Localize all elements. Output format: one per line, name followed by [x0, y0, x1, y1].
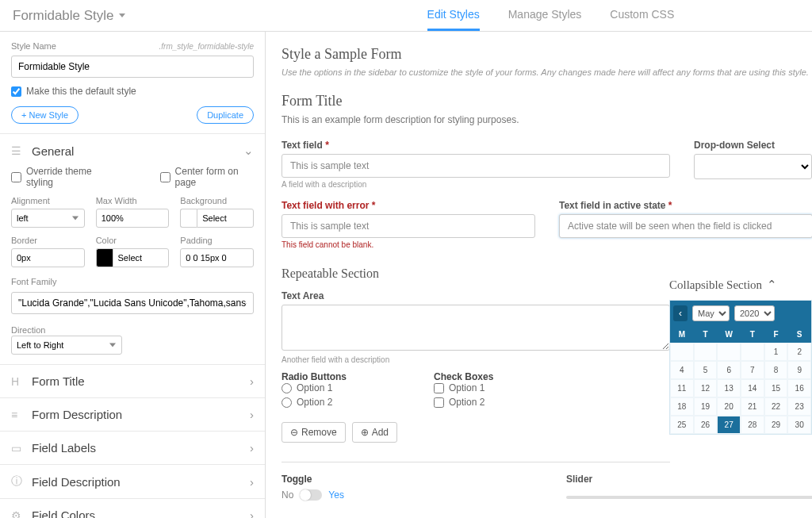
default-style-checkbox[interactable]	[11, 86, 21, 97]
slider-track[interactable]	[566, 496, 812, 499]
textarea-input[interactable]	[282, 305, 670, 351]
radio-label: Radio Buttons	[282, 371, 347, 382]
padding-input[interactable]	[180, 248, 254, 267]
duplicate-button[interactable]: Duplicate	[197, 106, 254, 124]
cal-day[interactable]: 23	[787, 397, 811, 416]
accordion-field description[interactable]: ⓘField Description›	[11, 474, 254, 489]
cal-month-select[interactable]: May	[692, 305, 730, 321]
accordion-field labels[interactable]: ▭Field Labels›	[11, 441, 254, 455]
check-opt1[interactable]	[434, 383, 444, 393]
cal-day[interactable]: 6	[717, 361, 741, 379]
collapsible-section-head[interactable]: Collapsible Section ⌃	[669, 278, 812, 292]
border-input[interactable]	[11, 248, 85, 267]
chevron-right-icon: ›	[250, 508, 254, 518]
cal-day[interactable]: 14	[741, 379, 764, 397]
font-family-input[interactable]	[11, 292, 254, 314]
cal-day[interactable]: 8	[764, 361, 788, 379]
text-field-label: Text field *	[282, 140, 670, 151]
form-desc: This is an example form description for …	[282, 114, 812, 125]
cal-day[interactable]: 12	[694, 379, 718, 397]
accordion-general[interactable]: ☰ General ⌄	[11, 144, 254, 158]
color-swatch[interactable]	[96, 248, 113, 267]
cal-day[interactable]: 1	[764, 343, 788, 361]
section-icon: ≡	[11, 409, 24, 421]
minus-icon: ⊖	[290, 427, 298, 438]
cal-year-select[interactable]: 2020	[734, 305, 775, 321]
cal-day[interactable]: 30	[787, 416, 811, 434]
chevron-down-icon: ⌄	[243, 144, 254, 158]
chevron-right-icon: ›	[250, 475, 254, 489]
bg-swatch[interactable]	[180, 209, 197, 228]
plus-icon: ⊕	[361, 427, 369, 438]
dropdown-select[interactable]	[694, 154, 812, 179]
direction-select[interactable]	[11, 336, 122, 355]
section-icon: H	[11, 375, 24, 388]
cal-day[interactable]: 5	[694, 361, 718, 379]
accordion-field colors[interactable]: ⚙Field Colors›	[11, 508, 254, 518]
section-icon: ⚙	[11, 509, 24, 519]
cal-day[interactable]: 18	[670, 397, 694, 416]
accordion-form title[interactable]: HForm Title›	[11, 374, 254, 388]
cal-day[interactable]: 21	[741, 397, 764, 416]
cal-day[interactable]: 2	[787, 343, 811, 361]
section-icon: ▭	[11, 442, 24, 455]
chevron-right-icon: ›	[250, 441, 254, 455]
remove-button[interactable]: ⊖Remove	[282, 422, 346, 443]
override-checkbox[interactable]	[11, 172, 21, 182]
cal-day[interactable]: 19	[694, 397, 718, 416]
checkbox-label: Check Boxes	[434, 371, 493, 382]
radio-opt2[interactable]	[282, 397, 292, 408]
toggle-switch[interactable]	[300, 489, 322, 501]
cal-day[interactable]: 28	[741, 416, 764, 434]
chevron-up-icon: ⌃	[767, 278, 777, 292]
accordion-form description[interactable]: ≡Form Description›	[11, 408, 254, 421]
tab-edit-styles[interactable]: Edit Styles	[427, 0, 480, 31]
active-field-input[interactable]	[559, 214, 812, 238]
cal-day[interactable]: 4	[670, 361, 694, 379]
cal-day[interactable]: 13	[717, 379, 741, 397]
active-field-label: Text field in active state *	[559, 200, 812, 211]
background-select[interactable]	[197, 209, 254, 228]
radio-opt1[interactable]	[282, 383, 292, 393]
alignment-select[interactable]	[11, 209, 85, 228]
error-field-label: Text field with error *	[282, 200, 535, 211]
main-heading: Style a Sample Form	[282, 46, 812, 63]
center-checkbox[interactable]	[160, 172, 170, 182]
add-button[interactable]: ⊕Add	[352, 422, 397, 443]
section-icon: ⓘ	[11, 474, 24, 489]
check-opt2[interactable]	[434, 397, 444, 408]
style-name-label: Style Name	[11, 41, 56, 51]
cal-day[interactable]: 26	[694, 416, 718, 434]
new-style-button[interactable]: + New Style	[11, 106, 79, 124]
cal-day[interactable]	[741, 343, 764, 361]
main-note: Use the options in the sidebar to custom…	[282, 67, 812, 77]
color-select[interactable]	[113, 248, 170, 267]
tab-manage-styles[interactable]: Manage Styles	[508, 0, 582, 31]
cal-day[interactable]: 9	[787, 361, 811, 379]
cal-day[interactable]: 15	[764, 379, 788, 397]
maxwidth-input[interactable]	[96, 209, 170, 228]
cal-day[interactable]: 7	[741, 361, 764, 379]
slider-label: Slider	[566, 474, 812, 485]
page-title[interactable]: Formidable Style	[0, 8, 138, 24]
cal-day[interactable]: 20	[717, 397, 741, 416]
cal-day[interactable]: 22	[764, 397, 788, 416]
cal-day[interactable]: 27	[717, 416, 741, 434]
style-class: .frm_style_formidable-style	[159, 42, 254, 51]
style-name-input[interactable]	[11, 56, 254, 78]
calendar[interactable]: ‹ May 2020 MTWTFS 1245678911121314151618…	[669, 300, 812, 435]
text-field-help: A field with a description	[282, 180, 670, 189]
sliders-icon: ☰	[11, 144, 24, 157]
error-field-input[interactable]	[282, 214, 535, 238]
cal-prev-icon[interactable]: ‹	[673, 305, 688, 321]
cal-day[interactable]: 25	[670, 416, 694, 434]
cal-day[interactable]: 29	[764, 416, 788, 434]
cal-day[interactable]	[694, 343, 718, 361]
cal-day[interactable]: 11	[670, 379, 694, 397]
cal-day[interactable]	[670, 343, 694, 361]
form-title: Form Title	[282, 93, 812, 109]
cal-day[interactable]	[717, 343, 741, 361]
cal-day[interactable]: 16	[787, 379, 811, 397]
tab-custom-css[interactable]: Custom CSS	[610, 0, 674, 31]
text-field-input[interactable]	[282, 154, 670, 178]
